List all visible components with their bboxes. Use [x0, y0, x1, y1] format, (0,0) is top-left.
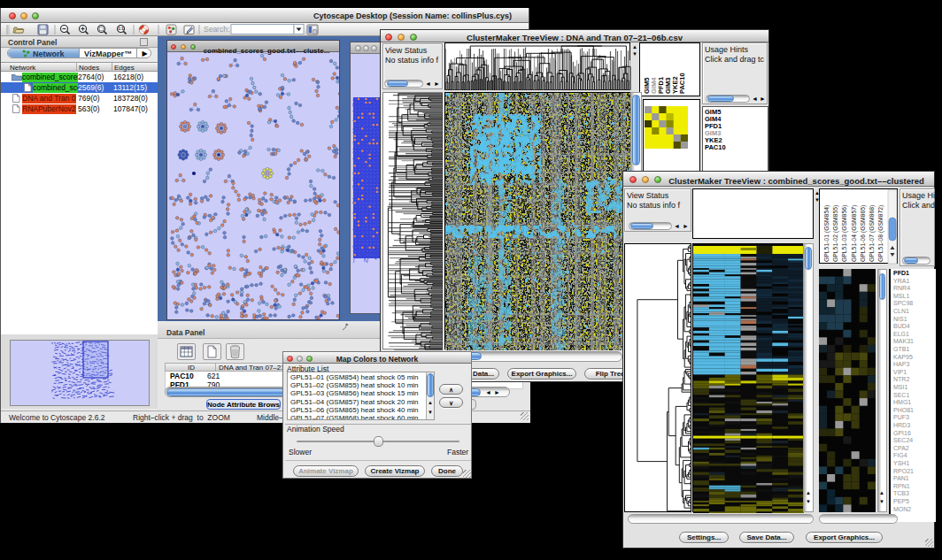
svg-text:RPO21: RPO21	[893, 468, 914, 474]
svg-text:GPL51-03 (GSM856): GPL51-03 (GSM856)	[841, 205, 848, 262]
svg-text:1:1: 1:1	[118, 27, 124, 31]
svg-text:GPL51-07 (GSM868): GPL51-07 (GSM868)	[869, 205, 876, 262]
svg-text:NIS1: NIS1	[893, 316, 907, 322]
svg-text:KAP95: KAP95	[893, 354, 913, 360]
svg-text:HRD3: HRD3	[893, 422, 910, 428]
svg-text:SPC98: SPC98	[893, 300, 913, 306]
svg-text:MSI1: MSI1	[893, 384, 907, 390]
svg-text:TCB3: TCB3	[893, 490, 909, 496]
svg-text:PAC10: PAC10	[705, 143, 726, 151]
svg-text:RPN1: RPN1	[893, 483, 910, 489]
svg-text:NTR2: NTR2	[893, 376, 909, 382]
svg-text:VIP1: VIP1	[893, 369, 907, 375]
svg-text:GPI16: GPI16	[893, 430, 911, 436]
svg-text:MSL1: MSL1	[893, 293, 909, 299]
svg-text:PAN1: PAN1	[893, 475, 909, 481]
svg-text:MON2: MON2	[893, 506, 911, 512]
svg-text:PUF3: PUF3	[893, 414, 909, 420]
svg-text:PAC10: PAC10	[678, 73, 686, 94]
svg-text:YSH1: YSH1	[893, 460, 909, 466]
svg-text:SEC1: SEC1	[893, 392, 909, 398]
svg-text:GPL51-02 (GSM855): GPL51-02 (GSM855)	[832, 205, 839, 262]
svg-text:CLN1: CLN1	[893, 308, 909, 314]
svg-text:GPL51-04 (GSM857): GPL51-04 (GSM857)	[851, 205, 858, 262]
svg-text:CPA2: CPA2	[893, 445, 909, 451]
svg-text:Search:: Search:	[204, 25, 229, 34]
svg-text:GPL51-01 (GSM854): GPL51-01 (GSM854)	[823, 205, 830, 262]
svg-text:FIG4: FIG4	[893, 452, 907, 458]
svg-text:RNR4: RNR4	[893, 285, 910, 291]
svg-text:HMG1: HMG1	[893, 399, 911, 405]
svg-text:PHO81: PHO81	[893, 407, 914, 413]
svg-text:MAK31: MAK31	[893, 338, 914, 344]
svg-text:GPL51-06 (GSM865): GPL51-06 (GSM865)	[860, 205, 867, 262]
svg-text:GPL51-08 (GSM872): GPL51-08 (GSM872)	[877, 205, 884, 262]
svg-text:HAP3: HAP3	[893, 361, 909, 367]
svg-text:SEC24: SEC24	[893, 437, 913, 443]
svg-text:BUD4: BUD4	[893, 323, 910, 329]
svg-text:PFD1: PFD1	[893, 270, 909, 276]
svg-text:YRA1: YRA1	[893, 278, 909, 284]
svg-text:ELG1: ELG1	[893, 331, 909, 337]
svg-text:GTB1: GTB1	[893, 346, 909, 352]
svg-text:PEP5: PEP5	[893, 498, 909, 504]
